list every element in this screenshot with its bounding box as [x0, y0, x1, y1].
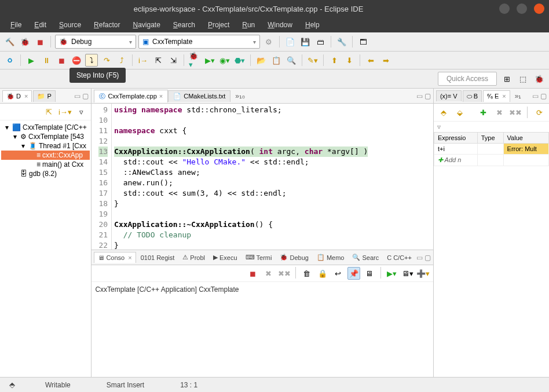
bottom-tab-execu[interactable]: ▶Execu [210, 252, 241, 263]
breakpoints-tab[interactable]: ⬭ B [463, 90, 482, 102]
stop-icon[interactable]: ◼ [34, 35, 46, 48]
editor-tab-cxxtemplate[interactable]: ⓒ CxxTemplate.cpp × [94, 90, 168, 102]
minimize-view-icon[interactable]: ▭ [74, 92, 80, 100]
quick-access-input[interactable]: Quick Access [438, 72, 497, 86]
new-console-icon[interactable]: ➕▾ [417, 267, 430, 280]
bottom-tab-conso[interactable]: 🖥Conso× [94, 252, 136, 263]
terminate-console-icon[interactable]: ◼ [247, 267, 259, 280]
resume-icon[interactable]: ▶ [25, 54, 38, 67]
clear-console-icon[interactable]: 🗑 [301, 267, 313, 280]
window-maximize-button[interactable] [517, 3, 527, 14]
expression-row[interactable]: t+iError: Mult [434, 144, 548, 155]
project-tab[interactable]: 📁 P [33, 90, 55, 102]
next-annotation-icon[interactable]: ⬇ [343, 54, 356, 67]
menu-help[interactable]: Help [299, 19, 325, 31]
code-editor[interactable]: 910111213141516171819202122 using namesp… [92, 104, 433, 250]
refresh-icon[interactable]: ⟳ [533, 106, 546, 119]
collapse-icon[interactable]: ⇱ [42, 105, 55, 118]
open-console-icon[interactable]: ▶▾ [386, 267, 398, 280]
close-icon[interactable]: × [159, 93, 163, 100]
show-type-icon[interactable]: ⬘ [437, 106, 450, 119]
tab-overflow[interactable]: »₁ [515, 92, 522, 100]
word-wrap-icon[interactable]: ↩ [332, 267, 345, 280]
tab-overflow[interactable]: »₁₀ [235, 92, 245, 100]
gear-icon[interactable]: ⚙ [262, 35, 275, 48]
cpp-perspective-icon[interactable]: ⬚ [517, 72, 529, 85]
add-expression-icon[interactable]: ✚ [477, 106, 489, 119]
perspective-icon[interactable]: 🗔 [357, 35, 369, 48]
debug-tree-row[interactable]: ▾⚙CxxTemplate [543 [1, 132, 90, 141]
close-icon[interactable]: × [24, 93, 28, 100]
scroll-lock-icon[interactable]: 🔒 [316, 267, 329, 280]
new-icon[interactable]: 📄 [284, 35, 297, 48]
drop-frame-icon[interactable]: ⇱ [152, 54, 164, 67]
maximize-bottom-icon[interactable]: ▢ [424, 254, 431, 262]
step-over-icon[interactable]: ↷ [100, 54, 113, 67]
window-minimize-button[interactable] [499, 3, 510, 14]
window-close-button[interactable] [534, 3, 544, 14]
editor-tab-cmakelists[interactable]: 📄 CMakeLists.txt [168, 90, 230, 102]
step-filters-icon[interactable]: ⇲ [167, 54, 180, 67]
skip-breakpoints-icon[interactable]: ⭘ [3, 54, 16, 67]
show-console-icon[interactable]: 🖥 [363, 267, 376, 280]
debug-tab[interactable]: 🐞 D × [2, 90, 32, 102]
hammer-icon[interactable]: 🔨 [3, 35, 16, 48]
save-icon[interactable]: 💾 [299, 35, 312, 48]
open-task-icon[interactable]: 📋 [270, 54, 283, 67]
code-body[interactable]: using namespace std::chrono_literals;nam… [112, 104, 433, 250]
profile-icon[interactable]: ⬣▾ [233, 54, 246, 67]
menu-edit[interactable]: Edit [28, 19, 52, 31]
maximize-view-icon[interactable]: ▢ [82, 92, 89, 100]
prev-annotation-icon[interactable]: ⬆ [328, 54, 341, 67]
build-icon[interactable]: 🔧 [335, 35, 348, 48]
close-icon[interactable]: × [502, 93, 506, 100]
minimize-view-icon[interactable]: ▭ [532, 92, 539, 100]
bottom-tab-searc[interactable]: 🔍Searc [349, 252, 382, 263]
menu-window[interactable]: Window [262, 19, 298, 31]
menu-refactor[interactable]: Refactor [88, 19, 126, 31]
remove-terminated-icon[interactable]: ✖ [262, 267, 275, 280]
debug-tree-row[interactable]: 🗄gdb (8.2) [1, 169, 90, 178]
bottom-tab-termi[interactable]: ⌨Termi [242, 252, 276, 263]
terminate-icon[interactable]: ◼ [55, 54, 68, 67]
debug-dropdown-icon[interactable]: 🐞▾ [188, 54, 201, 67]
minimize-bottom-icon[interactable]: ▭ [416, 254, 423, 262]
variables-tab[interactable]: (x)= V [436, 90, 462, 101]
suspend-icon[interactable]: ⏸ [40, 54, 53, 67]
debug-config-combo[interactable]: 🐞 Debug ▾ [55, 35, 136, 49]
display-console-icon[interactable]: 🖥▾ [401, 267, 414, 280]
menu-run[interactable]: Run [236, 19, 261, 31]
collapse-all-icon[interactable]: ⬙ [453, 106, 466, 119]
launch-config-combo[interactable]: ▣ CxxTemplate ▾ [138, 35, 260, 49]
run-dropdown-icon[interactable]: ▶▾ [203, 54, 216, 67]
remove-expression-icon[interactable]: ✖ [493, 106, 506, 119]
menu-file[interactable]: File [5, 19, 27, 31]
step-into-icon[interactable]: ⤵ [85, 54, 98, 67]
step-return-icon[interactable]: ⤴ [115, 54, 128, 67]
back-icon[interactable]: ⬅ [364, 54, 377, 67]
disconnect-icon[interactable]: ⛔ [70, 54, 83, 67]
remove-all-icon[interactable]: ✖✖ [278, 267, 291, 280]
remove-all-expressions-icon[interactable]: ✖✖ [509, 106, 522, 119]
bottom-tab-memo[interactable]: 📋Memo [313, 252, 348, 263]
menu-project[interactable]: Project [202, 19, 235, 31]
console-output[interactable]: CxxTemplate [C/C++ Application] CxxTempl… [92, 282, 433, 377]
search-icon[interactable]: 🔍 [285, 54, 298, 67]
step-icon[interactable]: i→▾ [58, 105, 71, 118]
bottom-tab-regist[interactable]: 0101Regist [137, 252, 178, 263]
forward-icon[interactable]: ➡ [379, 54, 392, 67]
coverage-icon[interactable]: ◉▾ [218, 54, 231, 67]
debug-tree-row[interactable]: ▾🧵Thread #1 [Cxx [1, 141, 90, 151]
menu-search[interactable]: Search [167, 19, 201, 31]
debug-perspective-icon[interactable]: 🐞 [533, 72, 546, 85]
maximize-editor-icon[interactable]: ▢ [424, 92, 431, 100]
debug-tree-row[interactable]: ≡cxxt::CxxApp [1, 151, 90, 160]
minimize-editor-icon[interactable]: ▭ [416, 92, 423, 100]
status-icon[interactable]: ⬘ [6, 379, 19, 391]
pin-console-icon[interactable]: 📌 [347, 267, 360, 280]
bottom-tab-debug[interactable]: 🐞Debug [276, 252, 312, 263]
menu-navigate[interactable]: Navigate [127, 19, 166, 31]
maximize-view-icon[interactable]: ▢ [540, 92, 547, 100]
col-expression[interactable]: Expressio [434, 133, 477, 144]
col-value[interactable]: Value [503, 133, 548, 144]
